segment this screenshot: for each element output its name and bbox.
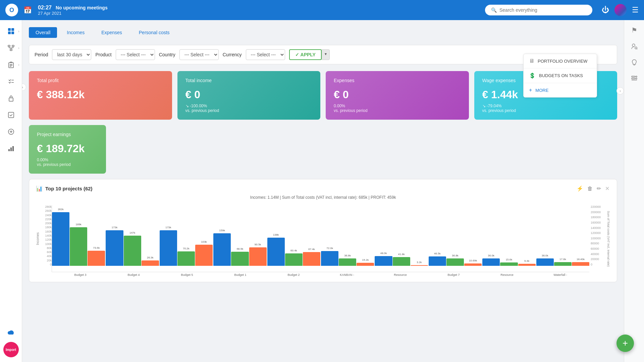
tab-personal-costs[interactable]: Personal costs [132, 27, 177, 38]
svg-rect-31 [636, 76, 637, 77]
right-panel: ⚑ [624, 20, 644, 362]
chart-actions: ⚡ 🗑 ✏ ✕ [576, 185, 610, 192]
import-button[interactable]: Import [3, 342, 19, 357]
bar-value-label: 36.0k [488, 254, 495, 257]
sidebar-item-clipboard[interactable]: › [3, 57, 19, 72]
sidebar-item-check-square[interactable] [3, 107, 19, 123]
bar: 26.3k [142, 260, 159, 266]
chart-lightning-button[interactable]: ⚡ [576, 185, 584, 192]
calendar-icon[interactable]: 📅 [23, 6, 32, 14]
expenses-change: 0.00% vs. previous period [334, 104, 461, 113]
bar-value-label: 36.8k [452, 254, 459, 257]
y-axis-right: 2200002000001800001600001400001200001000… [591, 205, 607, 272]
chart-group: 159k68.9k90.5k [213, 233, 266, 266]
power-icon[interactable]: ⏻ [602, 6, 609, 14]
bar: 138k [267, 238, 285, 266]
apply-dropdown-arrow[interactable]: ▾ [322, 49, 330, 60]
right-expand-button[interactable]: › [616, 87, 624, 95]
bar-value-label: 10.69k [469, 259, 477, 262]
user-avatar[interactable] [614, 4, 627, 16]
bar-value-label: 15.2k [362, 258, 369, 261]
sidebar-item-add-circle[interactable] [3, 124, 19, 139]
side-menu-portfolio-overview[interactable]: 🖥 PORTFOLIO OVERVIEW [524, 54, 597, 68]
bar: 36.8k [446, 258, 464, 266]
bar: 90.5k [249, 247, 267, 266]
svg-point-25 [632, 44, 635, 47]
chart-group: 138k60.4k67.4k [267, 238, 320, 266]
side-menu-more[interactable]: + MORE [524, 83, 597, 97]
total-income-title: Total income [185, 78, 313, 83]
x-axis-label: Budget 7 [427, 272, 480, 277]
project-earnings-title: Project earnings [37, 132, 98, 137]
bar-value-label: 48.0k [380, 252, 387, 255]
product-select[interactable]: --- Select --- [116, 49, 155, 60]
chart-close-button[interactable]: ✕ [604, 185, 610, 192]
tab-overall[interactable]: Overall [29, 27, 57, 38]
country-select[interactable]: --- Select --- [179, 49, 219, 60]
x-axis-label: KANBAN - [321, 272, 373, 277]
svg-rect-2 [8, 32, 11, 34]
menu-icon[interactable]: ☰ [632, 6, 639, 14]
bar-value-label: 189k [76, 223, 82, 226]
period-select[interactable]: last 30 days [52, 49, 91, 60]
y-axis-left: 280k260k240k220k200k180k160k140k120k100k… [40, 205, 52, 272]
total-income-value: € 0 [185, 88, 313, 101]
sidebar-expand-button[interactable]: › [22, 83, 26, 91]
app-logo[interactable]: O [5, 4, 18, 16]
right-panel-task-list-icon[interactable] [628, 72, 641, 85]
svg-rect-32 [636, 78, 637, 79]
bar-value-label: 90.5k [255, 243, 261, 246]
x-axis-label: Budget 1 [214, 272, 267, 277]
expand-arrow: › [18, 29, 19, 33]
chart-group: 46.5k36.8k10.69k [429, 256, 482, 266]
project-earnings-change: 0.00% vs. previous period [37, 158, 98, 167]
x-axis-label: Budget 3 [54, 272, 107, 277]
sidebar-item-checklist[interactable] [3, 74, 19, 89]
chart-subtitle: Incomes: 1.14M | Sum of Total costs (VAT… [36, 195, 610, 200]
main-content: › Overall Incomes Expenses Personal cost… [22, 20, 624, 362]
svg-rect-18 [8, 112, 14, 118]
bar-value-label: 103k [201, 240, 207, 243]
right-panel-lightbulb-icon[interactable] [628, 56, 641, 69]
bar: 10.69k [464, 263, 482, 266]
bar: 262k [52, 212, 69, 266]
currency-select[interactable]: --- Select --- [246, 49, 285, 60]
bar: 72.0k [321, 251, 338, 266]
apply-button[interactable]: ✓ APPLY [289, 49, 322, 60]
down-arrow-icon: ↘ [185, 104, 189, 108]
chart-edit-button[interactable]: ✏ [596, 185, 602, 192]
period-label: Period [35, 52, 48, 57]
bar: 9.4k [518, 264, 536, 266]
search-input[interactable] [499, 7, 586, 13]
svg-rect-30 [632, 78, 635, 79]
country-label: Country [159, 52, 175, 57]
chart-header: 📊 Top 10 projects (62) ⚡ 🗑 ✏ ✕ [36, 185, 610, 192]
sidebar-item-cloud[interactable] [3, 325, 19, 341]
side-menu-budgets-on-tasks[interactable]: 💲 BUDGETS ON TASKS [524, 68, 597, 83]
bar-value-label: 18.40k [577, 258, 585, 261]
chart-delete-button[interactable]: 🗑 [587, 185, 593, 192]
bar: 41.8k [393, 257, 410, 266]
right-panel-user-search-icon[interactable] [628, 40, 641, 53]
sidebar-item-hierarchy[interactable]: › [3, 40, 19, 56]
currency-label: Currency [223, 52, 242, 57]
chart-title-icon: 📊 [36, 185, 43, 192]
bar: 70.2k [177, 251, 195, 266]
svg-rect-6 [10, 49, 12, 51]
chart-group: 36.0k15.6k9.4k [482, 258, 535, 266]
chart-section: 📊 Top 10 projects (62) ⚡ 🗑 ✏ ✕ Incomes: … [29, 179, 617, 282]
tab-incomes[interactable]: Incomes [60, 27, 92, 38]
datetime-info: 02:27 No upcoming meetings 27 Apr 2021 [38, 5, 108, 16]
fab-button[interactable]: + [616, 335, 634, 352]
total-income-change: ↘ -100.00% vs. previous period [185, 104, 313, 113]
right-panel-flag-icon[interactable]: ⚑ [628, 23, 641, 37]
expenses-title: Expenses [334, 78, 461, 83]
bar-value-label: 46.5k [434, 252, 441, 255]
bar-value-label: 70.2k [183, 247, 190, 250]
x-axis-label: Waterfall - [534, 272, 587, 277]
sidebar-item-grid[interactable]: › [3, 23, 19, 39]
metric-card-total-profit: Total profit € 388.12k [29, 71, 172, 120]
tab-expenses[interactable]: Expenses [94, 27, 129, 38]
sidebar-item-bar-chart[interactable] [3, 141, 19, 156]
sidebar-item-lock[interactable] [3, 90, 19, 106]
